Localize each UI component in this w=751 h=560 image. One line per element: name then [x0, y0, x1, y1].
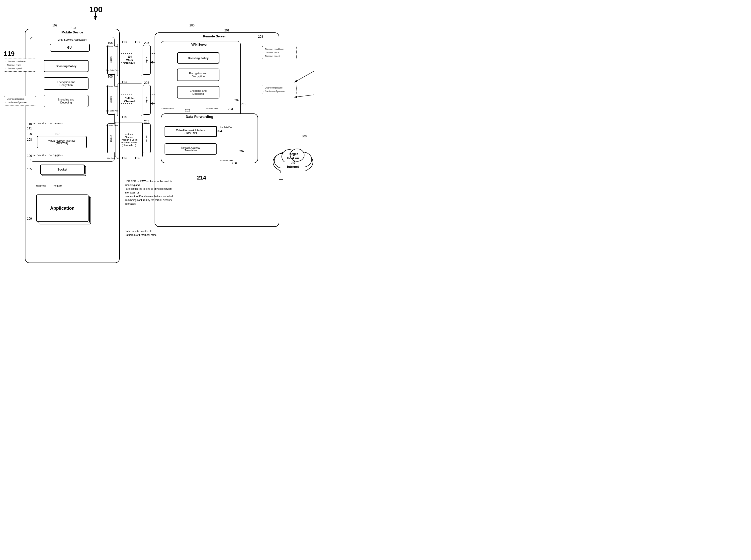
data-forwarding-outer	[161, 114, 258, 163]
ref-107a: 107	[55, 132, 60, 136]
encryption2-label: Encryption and Decryption	[189, 72, 207, 78]
socket-label: Socket	[57, 168, 67, 171]
ref-210: 210	[241, 102, 246, 106]
encryption-label: Encryption and Decryption	[57, 81, 75, 86]
inc-pkts-server2: Inc Data Pkts	[220, 126, 232, 128]
diagram: 100 ↓ 102 103 Mobile Device VPN Service …	[0, 0, 376, 280]
inc-pkts-label-2: Inc Data Pkts	[33, 154, 46, 157]
socket-wifi-left-label: Socket	[110, 56, 113, 63]
socket-cell-left-label: Socket	[110, 96, 113, 103]
out-pkts-indir: Out Data Pkts	[107, 157, 120, 159]
socket-cell-right-label: Socket	[145, 96, 148, 103]
wifi-channel-label: Wi-Fi Channel	[124, 59, 135, 65]
inc-pkts-label-1: Inc Data Pkts	[33, 122, 46, 125]
vni-box: Virtual Network Interface (TUN/TAP)	[37, 136, 87, 148]
gui-box: GUI	[50, 44, 90, 52]
ref-105c: 105	[108, 75, 113, 78]
ref-205b: 205	[144, 81, 149, 84]
ref-106b: 106	[27, 154, 32, 158]
application-stack: Application	[36, 195, 88, 222]
cellular-channel-box: Cellular Channel	[117, 83, 142, 116]
ref-204: 204	[217, 129, 222, 133]
encryption2-box: Encryption and Decryption	[177, 68, 219, 81]
boosting-policy-label: Boosting Policy	[56, 65, 76, 67]
socket-wifi-right-label: Socket	[145, 56, 148, 63]
ref-109: 109	[27, 217, 32, 220]
ref-209: 209	[235, 99, 239, 102]
vpn-service-label: VPN Service Application	[33, 38, 112, 41]
nat-box: Network Address Translation	[165, 143, 217, 155]
ref-110: 110	[27, 122, 32, 126]
out-pkts-wifi: Out Data Pkts	[106, 69, 118, 71]
out-pkts-server: Out Data Pkts	[162, 107, 174, 109]
ref-200: 200	[189, 24, 195, 27]
vni2-box: Virtual Network Interface (TUN/TAP)	[165, 126, 217, 137]
boosting-policy2-box: Boosting Policy	[177, 52, 219, 64]
ref-105b: 105	[108, 41, 113, 45]
ref-106a: 106	[27, 132, 32, 136]
socket-stack: Socket	[40, 164, 85, 175]
ref-119: 119	[4, 50, 15, 58]
wifi-channel-box: 114 Wi-Fi Channel	[117, 44, 142, 76]
socket-indir-right: Socket	[143, 123, 150, 153]
encoding2-label: Encoding and Decoding	[190, 89, 206, 95]
request-label: Request	[54, 184, 62, 187]
inc-pkts-wifi: Inc Data Pkts	[106, 46, 118, 48]
svg-line-29	[294, 71, 314, 82]
encoding2-box: Encoding and Decoding	[177, 86, 219, 99]
ref-113a: 113	[122, 40, 127, 44]
channel-cond-right-label: - Channel conditions - Channel types - C…	[264, 48, 284, 57]
ref-113c: 113	[122, 80, 127, 84]
vni2-label: Virtual Network Interface (TUN/TAP)	[176, 129, 205, 134]
channel-cond-box-left: - Channel conditions - Channel types - C…	[4, 59, 36, 72]
boosting-policy-box: Boosting Policy	[44, 60, 88, 72]
gui-label: GUI	[67, 46, 72, 49]
ref-206: 206	[232, 162, 237, 165]
user-config-right-label: - User configurable - Carrier configurab…	[264, 86, 285, 93]
ref-203: 203	[228, 107, 233, 111]
ref-114c: 114	[135, 157, 140, 160]
socket-wifi-right: Socket	[143, 45, 150, 75]
ref-207: 207	[239, 149, 244, 153]
boosting-policy2-label: Boosting Policy	[188, 57, 208, 60]
ref-208: 208	[258, 35, 263, 38]
ref-114a: 114	[122, 115, 127, 119]
user-config-box-right: - User configurable - Carrier configurab…	[262, 85, 297, 94]
note2-text: Data packets could be IP Datagram or Eth…	[125, 229, 195, 237]
encoding-label: Encoding and Decoding	[58, 98, 74, 104]
vpn-server-label: VPN Server	[180, 43, 219, 46]
cellular-channel-label: Cellular Channel	[124, 97, 135, 103]
data-forwarding-label: Data Forwarding	[175, 115, 224, 119]
indirect-channel-label: Indirect Channel Through a Local Nearby …	[120, 133, 138, 146]
channel-cond-box-right: - Channel conditions - Channel types - C…	[262, 46, 297, 59]
ref-105a: 105	[27, 167, 32, 171]
target-host-label: Target Host on the Internet	[273, 152, 313, 169]
nat-label: Network Address Translation	[181, 146, 200, 152]
response-label: Response	[36, 184, 46, 187]
ref-205c: 205	[144, 120, 149, 123]
ref-108: 108	[27, 138, 32, 141]
ref-202: 202	[185, 109, 190, 112]
ref-102: 102	[53, 24, 57, 27]
inc-pkts-server: Inc Data Pkts	[206, 107, 218, 109]
inc-pkts-cell: Inc Data Pkts	[106, 85, 118, 88]
socket-indir-right-label: Socket	[145, 135, 148, 142]
channel-cond-left-label: - Channel conditions - Channel types - C…	[5, 60, 26, 70]
ref-201: 201	[224, 29, 229, 32]
indirect-channel-box: Indirect Channel Through a Local Nearby …	[115, 122, 143, 157]
socket-cell-right: Socket	[143, 85, 150, 115]
ref-111: 111	[27, 127, 32, 130]
note1-text: UDP, TCP, or RAW sockets can be used for…	[125, 180, 212, 206]
user-config-left-label: - User configurable - Carrier configurab…	[5, 98, 27, 104]
ref-100-label: 100	[89, 5, 102, 14]
remote-server-label: Remote Server	[184, 35, 244, 38]
user-config-box-left: - User configurable - Carrier configurab…	[4, 96, 36, 105]
socket-indir-left: Socket	[107, 123, 115, 153]
wifi-114: 114	[128, 55, 132, 58]
socket-indir-left-label: Socket	[110, 135, 113, 142]
svg-line-30	[294, 95, 314, 97]
mobile-device-label: Mobile Device	[36, 31, 108, 34]
ref-205a: 205	[144, 41, 149, 45]
out-pkts-cell: Out Data Pkts	[106, 110, 118, 112]
vni-label: Virtual Network Interface (TUN/TAP)	[48, 139, 75, 145]
